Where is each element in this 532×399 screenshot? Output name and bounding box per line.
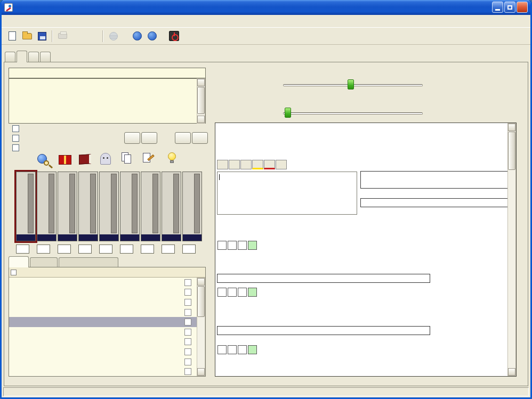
menu-help[interactable] (26, 20, 37, 23)
notes-slider-track[interactable] (283, 112, 423, 115)
scroll-up-button[interactable] (197, 278, 205, 286)
tab-prepare[interactable] (5, 52, 15, 62)
not-clear-checkbox[interactable] (12, 125, 22, 132)
print-button[interactable] (56, 29, 69, 43)
rating-p-button[interactable] (228, 288, 237, 297)
rating-l-button[interactable] (238, 241, 247, 250)
web-button[interactable] (107, 29, 120, 43)
title-bar[interactable] (0, 0, 532, 15)
open-file-button[interactable] (20, 29, 34, 43)
menu-assessment[interactable] (15, 20, 26, 23)
menu-file[interactable] (5, 20, 15, 23)
about-button[interactable] (146, 29, 159, 43)
refresh-button[interactable] (187, 151, 203, 167)
book-icon[interactable] (79, 154, 91, 165)
state-checkbox[interactable] (184, 348, 191, 355)
scroll-thumb[interactable] (508, 132, 515, 170)
edit-note-button[interactable] (143, 152, 159, 166)
rating-f-button[interactable] (248, 288, 257, 297)
description-scrollbar[interactable] (197, 78, 205, 124)
bp2-note[interactable] (217, 326, 430, 335)
checkbox-box[interactable] (12, 144, 19, 151)
first-item-button[interactable] (124, 132, 140, 144)
state-checkbox[interactable] (184, 299, 191, 306)
highlight-button[interactable] (252, 160, 263, 169)
checkbox-box[interactable] (12, 125, 19, 132)
table-scrollbar[interactable] (197, 278, 205, 376)
maximize-button[interactable] (504, 2, 515, 13)
list-tab-sorted[interactable] (30, 257, 58, 267)
list-button[interactable] (276, 160, 287, 169)
strengths-box[interactable] (360, 171, 508, 189)
rating-p-button[interactable] (228, 241, 237, 250)
new-document-button[interactable] (5, 29, 19, 43)
gauge-5-2[interactable] (182, 172, 202, 241)
table-row-selected[interactable] (9, 317, 205, 327)
scroll-down-button[interactable] (197, 116, 205, 123)
scroll-track[interactable] (197, 86, 205, 116)
table-header[interactable] (9, 267, 205, 278)
state-checkbox[interactable] (184, 289, 191, 296)
font-size-button[interactable] (71, 29, 84, 43)
exit-button[interactable] (167, 29, 181, 43)
notes-slider-thumb[interactable] (285, 108, 291, 118)
spellcheck-button[interactable] (86, 29, 99, 43)
content-scrollbar[interactable] (507, 123, 516, 376)
tab-fill-in[interactable] (17, 51, 27, 62)
scroll-up-button[interactable] (197, 79, 205, 86)
table-row[interactable] (9, 327, 205, 337)
close-button[interactable] (517, 2, 528, 13)
gauge-2-2[interactable] (58, 172, 77, 241)
rating-n-button[interactable] (217, 241, 227, 250)
gauge-3-1[interactable] (78, 172, 98, 241)
search-button[interactable] (36, 153, 53, 170)
idea-button[interactable] (166, 152, 180, 166)
not-rateable-checkbox[interactable] (12, 144, 22, 151)
tab-reports[interactable] (40, 52, 51, 62)
rating-f-button[interactable] (248, 345, 257, 354)
table-row[interactable] (9, 337, 205, 347)
gauge-4-2[interactable] (141, 172, 160, 241)
rating-f-button[interactable] (248, 241, 257, 250)
minimize-button[interactable] (492, 2, 503, 13)
gift-icon[interactable] (59, 155, 71, 165)
scroll-thumb[interactable] (197, 286, 205, 317)
list-tab-all[interactable] (9, 256, 29, 267)
note-editor[interactable] (217, 172, 357, 215)
scroll-down-button[interactable] (197, 368, 205, 376)
rating-n-button[interactable] (217, 345, 227, 354)
approve-button[interactable] (13, 152, 30, 169)
last-item-button[interactable] (192, 132, 208, 144)
list-tab-general-questions[interactable] (59, 257, 118, 267)
state-checkbox[interactable] (184, 279, 191, 286)
rating-l-button[interactable] (238, 345, 247, 354)
table-row[interactable] (9, 288, 205, 298)
process-detail-view[interactable] (215, 123, 517, 377)
table-row[interactable] (9, 357, 205, 367)
table-row[interactable] (9, 307, 205, 317)
state-checkbox[interactable] (184, 309, 191, 316)
scroll-track[interactable] (197, 286, 205, 368)
table-row[interactable] (9, 297, 205, 307)
tab-analyze[interactable] (28, 52, 39, 62)
table-row[interactable] (9, 347, 205, 357)
rating-n-button[interactable] (217, 288, 227, 297)
table-row[interactable] (9, 367, 205, 377)
next-item-button[interactable] (175, 132, 191, 144)
checkbox-box[interactable] (12, 135, 19, 142)
gauge-1-1[interactable] (16, 172, 36, 241)
collapse-icon[interactable] (11, 270, 17, 275)
gauge-5-1[interactable] (162, 172, 181, 241)
underline-button[interactable] (240, 160, 252, 169)
ghost-icon[interactable] (100, 153, 111, 165)
help-button[interactable] (131, 29, 144, 43)
scroll-up-button[interactable] (508, 124, 515, 131)
scroll-track[interactable] (508, 131, 515, 368)
gauge-4-1[interactable] (120, 172, 140, 241)
bold-button[interactable] (217, 160, 228, 169)
state-checkbox[interactable] (184, 368, 191, 375)
preview-button[interactable] (122, 152, 138, 166)
not-applicable-checkbox[interactable] (12, 135, 22, 142)
previous-item-button[interactable] (141, 132, 157, 144)
scroll-down-button[interactable] (508, 368, 515, 376)
